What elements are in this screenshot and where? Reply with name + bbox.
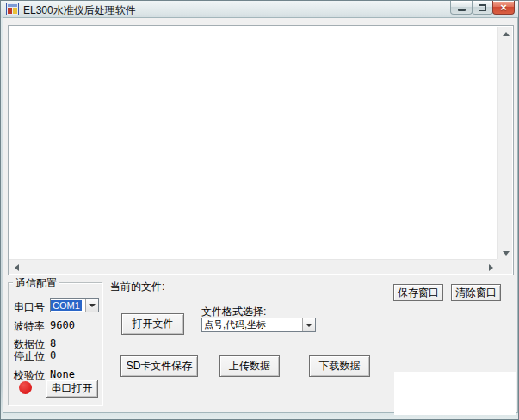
horizontal-scrollbar[interactable] [9, 259, 498, 274]
serial-port-select[interactable]: COM1 [50, 298, 99, 312]
maximize-icon [479, 4, 486, 11]
app-icon [6, 3, 19, 15]
minimize-icon [458, 9, 466, 11]
scroll-up-arrow-icon[interactable] [503, 32, 510, 36]
save-window-button[interactable]: 保存窗口 [393, 284, 443, 301]
serial-port-label: 串口号 [14, 300, 45, 315]
stop-bits-label: 停止位 [14, 349, 45, 364]
scroll-right-arrow-icon[interactable] [489, 264, 493, 271]
stop-bits-value: 0 [50, 349, 56, 361]
clear-window-button[interactable]: 清除窗口 [451, 284, 501, 301]
serial-port-dropdown-button[interactable] [85, 299, 98, 312]
window-title: EL300水准仪后处理软件 [23, 3, 136, 18]
open-file-button[interactable]: 打开文件 [121, 313, 184, 335]
data-bits-value: 8 [50, 337, 56, 349]
sd-save-button[interactable]: SD卡文件保存 [120, 355, 198, 377]
parity-value: None [50, 368, 75, 380]
port-status-indicator [19, 381, 32, 394]
download-data-button[interactable]: 下载数据 [309, 355, 370, 377]
file-format-select[interactable]: 点号,代码,坐标 [201, 318, 316, 332]
vertical-scrollbar[interactable] [497, 27, 512, 261]
upload-data-button[interactable]: 上传数据 [219, 355, 280, 377]
chevron-down-icon [89, 304, 96, 307]
titlebar[interactable]: EL300水准仪后处理软件 × [1, 1, 518, 18]
scroll-down-arrow-icon[interactable] [503, 251, 510, 256]
scroll-left-arrow-icon[interactable] [15, 264, 19, 271]
minimize-button[interactable] [450, 1, 473, 15]
scrollbar-corner [497, 259, 512, 274]
close-icon: × [500, 2, 507, 14]
open-port-button[interactable]: 串口打开 [46, 380, 98, 398]
baud-rate-label: 波特率 [14, 319, 45, 334]
chevron-down-icon [306, 324, 312, 327]
file-format-value: 点号,代码,坐标 [202, 318, 302, 331]
baud-rate-value: 9600 [50, 319, 75, 331]
close-button[interactable]: × [492, 1, 515, 15]
log-textarea[interactable] [8, 25, 514, 275]
parity-label: 校验位 [14, 368, 45, 383]
maximize-button[interactable] [472, 1, 493, 15]
white-overlay [394, 372, 516, 415]
serial-port-value: COM1 [51, 300, 82, 311]
file-format-dropdown-button[interactable] [302, 318, 315, 331]
comm-config-title: 通信配置 [13, 276, 59, 291]
current-file-label: 当前的文件: [110, 280, 164, 294]
app-window: EL300水准仪后处理软件 × 通信配置 串口号 COM1 [0, 0, 519, 420]
